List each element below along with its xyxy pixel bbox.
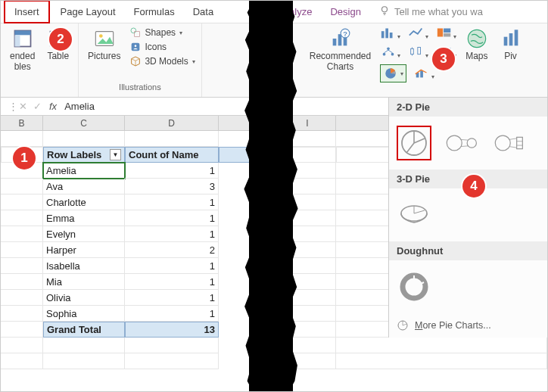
formula-value[interactable]: Amelia	[64, 101, 95, 112]
tell-me-search[interactable]: Tell me what you wa	[379, 5, 483, 18]
line-chart-button[interactable]: ▾	[408, 26, 428, 41]
grand-total-label[interactable]: Grand Total	[43, 322, 125, 338]
hierarchy-chart-button[interactable]: ▾	[380, 45, 400, 60]
tab-formulas[interactable]: Formulas	[125, 2, 184, 22]
col-header-C[interactable]: C	[43, 116, 125, 131]
pivot-cell[interactable]: Mia	[43, 274, 125, 290]
3d-models-button[interactable]: 3D Models▾	[129, 55, 195, 67]
svg-rect-16	[333, 39, 337, 45]
column-chart-button[interactable]: ▾	[380, 26, 400, 41]
pie-chart-icon	[383, 67, 398, 80]
recommended-charts-button[interactable]: ? Recommended Charts	[307, 26, 374, 73]
hierarchy-icon	[380, 45, 397, 58]
svg-point-50	[495, 135, 510, 151]
treemap-icon	[436, 26, 453, 39]
pie-chart-split-button[interactable]: ▾	[380, 64, 406, 82]
pie-small-icon	[397, 319, 409, 331]
pie-2d-option[interactable]	[397, 126, 431, 160]
lightbulb-icon	[379, 5, 390, 18]
pivot-cell[interactable]: Evelyn	[43, 226, 125, 242]
tab-data[interactable]: Data	[184, 2, 223, 22]
tab-page-layout[interactable]: Page Layout	[51, 2, 125, 22]
svg-rect-25	[444, 29, 450, 33]
doughnut-option[interactable]	[397, 269, 431, 304]
col-header-B[interactable]: B	[1, 116, 43, 131]
svg-point-15	[135, 45, 137, 47]
pivot-cell[interactable]: 2	[125, 242, 219, 258]
pivot-cell[interactable]: 1	[125, 274, 219, 290]
pie-of-pie-option[interactable]	[445, 126, 480, 160]
annotation-badge-1: 1	[13, 147, 36, 170]
icons-icon	[129, 41, 142, 53]
pivotchart-icon	[500, 28, 522, 49]
pivot-cell[interactable]: Harper	[43, 242, 125, 258]
pivot-cell[interactable]: Olivia	[43, 290, 125, 306]
shapes-button[interactable]: Shapes▾	[129, 26, 195, 39]
svg-text:?: ?	[344, 30, 348, 38]
cancel-icon[interactable]: ✕	[19, 101, 27, 112]
pivot-cell[interactable]: Sophia	[43, 306, 125, 322]
pivottable-icon	[12, 28, 33, 49]
combo-chart-button[interactable]: ▾	[414, 67, 434, 81]
svg-rect-33	[418, 48, 421, 54]
pivot-cell[interactable]: Charlotte	[43, 194, 125, 210]
doughnut-icon	[399, 272, 429, 302]
annotation-badge-2: 2	[49, 28, 72, 51]
pivot-row-labels-header[interactable]: Row Labels ▼	[43, 147, 125, 163]
filter-dropdown-icon[interactable]: ▼	[110, 149, 121, 160]
pivot-cell[interactable]: 1	[125, 290, 219, 306]
tab-insert[interactable]: Insert	[4, 0, 50, 23]
svg-rect-43	[509, 33, 512, 45]
enter-icon[interactable]: ✓	[33, 101, 42, 112]
svg-rect-23	[390, 33, 393, 38]
pivot-cell[interactable]: 3	[125, 179, 219, 194]
tab-design[interactable]: Design	[321, 2, 369, 22]
svg-rect-51	[517, 137, 523, 148]
svg-rect-24	[437, 29, 443, 37]
pivot-cell[interactable]: 1	[125, 163, 219, 179]
torn-divider	[249, 1, 293, 392]
annotation-badge-3: 3	[432, 48, 455, 70]
tell-me-label: Tell me what you wa	[394, 6, 483, 17]
chevron-down-icon: ▾	[179, 30, 182, 36]
pivot-cell[interactable]: Ava	[43, 179, 125, 194]
bar-of-pie-icon	[494, 129, 528, 157]
svg-point-27	[387, 48, 390, 51]
svg-point-41	[468, 30, 485, 47]
statistic-chart-button[interactable]: ▾	[408, 45, 428, 60]
shapes-icon	[129, 26, 142, 39]
pivot-cell[interactable]: 1	[125, 258, 219, 274]
pivot-cell[interactable]: Amelia	[43, 163, 125, 179]
svg-point-46	[447, 135, 462, 151]
col-header-D[interactable]: D	[125, 116, 219, 131]
pivot-cell[interactable]: Isabella	[43, 258, 125, 274]
svg-line-49	[461, 146, 469, 147]
svg-line-54	[509, 138, 517, 140]
bar-of-pie-option[interactable]	[494, 126, 528, 160]
pivot-cell[interactable]: Emma	[43, 210, 125, 226]
more-pie-charts-link[interactable]: More Pie Charts...	[389, 313, 548, 338]
line-chart-icon	[408, 26, 425, 39]
maps-button[interactable]: Maps	[462, 26, 490, 63]
combo-chart-icon	[414, 67, 431, 79]
icons-button[interactable]: Icons	[129, 41, 195, 53]
pivot-cell[interactable]: 1	[125, 306, 219, 322]
pictures-button[interactable]: Pictures	[85, 26, 123, 63]
svg-rect-30	[411, 48, 414, 54]
chevron-down-icon: ▾	[400, 70, 403, 77]
treemap-chart-button[interactable]: ▾	[436, 26, 456, 41]
pivot-cell[interactable]: 1	[125, 194, 219, 210]
pie-3d-option[interactable]	[397, 198, 431, 232]
recommended-charts-icon: ?	[329, 28, 350, 49]
box-whisker-icon	[408, 45, 425, 58]
grand-total-value[interactable]: 13	[125, 322, 219, 338]
svg-rect-44	[514, 30, 518, 45]
fx-icon[interactable]: fx	[49, 101, 57, 112]
pivotchart-button[interactable]: Piv	[497, 26, 525, 63]
svg-rect-2	[14, 31, 30, 36]
recommended-pivottables-button[interactable]: ended bles	[7, 26, 38, 73]
svg-rect-21	[381, 31, 385, 38]
svg-rect-3	[14, 35, 20, 46]
pivot-cell[interactable]: 1	[125, 210, 219, 226]
pivot-cell[interactable]: 1	[125, 226, 219, 242]
